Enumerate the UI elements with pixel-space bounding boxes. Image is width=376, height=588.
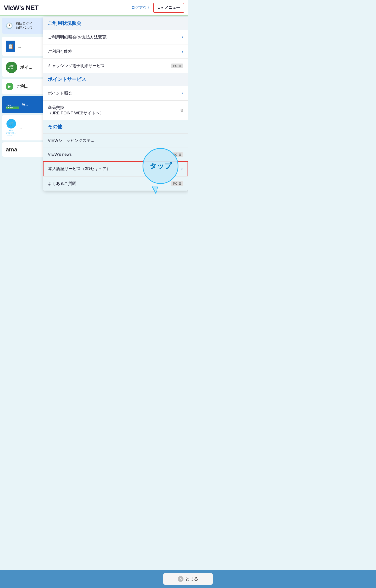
menu-button[interactable]: ≡ ≡ メニュー xyxy=(153,3,184,13)
menu-item-point-inquiry[interactable]: ポイント照会 › xyxy=(43,86,188,100)
tap-bubble: タップ xyxy=(143,148,181,186)
bubble-tail xyxy=(152,186,158,193)
menu-item-meisai[interactable]: ご利用明細照会(お支払方法変更) › xyxy=(43,30,188,44)
menu-item-view-shopping[interactable]: VIEWショッピングステ... xyxy=(43,133,188,147)
app-logo: VIeW's NET xyxy=(4,4,38,12)
pc-badge-1: PC 🖥 xyxy=(171,63,183,68)
chevron-icon-4: › xyxy=(181,166,183,171)
menu-item-3dsecure-label: 本人認証サービス（3Dセキュア） xyxy=(48,166,111,171)
menu-item-cashing[interactable]: キャッシング電子明細サービス PC 🖥 xyxy=(43,59,188,73)
menu-section-other: その他 xyxy=(43,120,188,133)
tap-bubble-text: タップ xyxy=(149,161,172,171)
menu-section-usage: ご利用状況照会 xyxy=(43,17,188,30)
menu-item-exchange-label: 商品交換 （JRE POINT WEBサイトへ） xyxy=(48,105,104,116)
app-header: VIeW's NET ログアウト ≡ ≡ メニュー xyxy=(0,0,188,16)
menu-item-faq-label: よくあるご質問 xyxy=(48,181,76,186)
menu-item-view-shopping-label: VIEWショッピングステ... xyxy=(48,138,94,143)
menu-item-waku-label: ご利用可能枠 xyxy=(48,49,72,54)
menu-item-views-news-label: VIEW's news xyxy=(48,152,72,157)
menu-item-meisai-label: ご利用明細照会(お支払方法変更) xyxy=(48,34,107,40)
chevron-icon-2: › xyxy=(182,49,183,54)
menu-item-point-inquiry-label: ポイント照会 xyxy=(48,91,72,96)
menu-item-waku[interactable]: ご利用可能枠 › xyxy=(43,44,188,59)
chevron-icon-1: › xyxy=(182,35,183,40)
menu-item-cashing-label: キャッシング電子明細サービス xyxy=(48,63,105,69)
logout-button[interactable]: ログアウト xyxy=(131,5,150,10)
header-actions: ログアウト ≡ ≡ メニュー xyxy=(131,3,184,13)
external-icon-1: ⧉ xyxy=(181,108,183,113)
menu-item-exchange[interactable]: 商品交換 （JRE POINT WEBサイトへ） ⧉ xyxy=(43,100,188,120)
menu-section-point: ポイントサービス xyxy=(43,73,188,86)
tap-bubble-circle: タップ xyxy=(143,148,178,184)
chevron-icon-3: › xyxy=(182,91,183,96)
menu-label: ≡ メニュー xyxy=(161,5,180,10)
menu-icon: ≡ xyxy=(158,6,160,10)
